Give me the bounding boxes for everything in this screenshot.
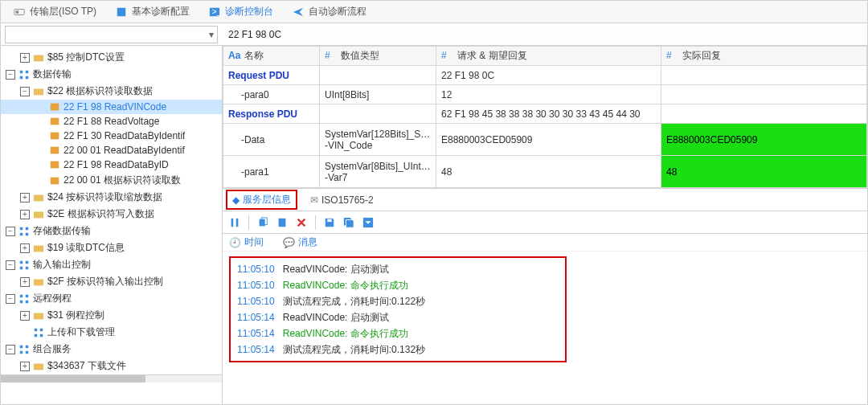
folder-icon: [33, 276, 44, 288]
row-response-pdu[interactable]: Response PDU62 F1 98 45 38 38 38 30 30 3…: [223, 104, 867, 124]
row-para0[interactable]: -para0UInt[8Bits]12: [223, 85, 867, 104]
svg-rect-41: [26, 350, 29, 354]
tree-node-store[interactable]: −存储数据传输: [1, 223, 222, 239]
row-request-pdu[interactable]: Request PDU22 F1 98 0C: [223, 66, 867, 85]
config-icon: [116, 6, 127, 18]
svg-rect-20: [26, 227, 29, 230]
col-rsp[interactable]: #实际回复: [661, 47, 867, 66]
tree-node-voltage[interactable]: 22 F1 88 ReadVoltage: [1, 114, 222, 129]
tree-node-combo[interactable]: −组合服务: [1, 341, 222, 358]
svg-rect-37: [40, 333, 43, 337]
svg-rect-26: [20, 266, 23, 269]
folder-icon: [33, 86, 44, 97]
item-icon: [49, 159, 60, 170]
tree-node-byid[interactable]: 22 F1 98 ReadDataByID: [1, 158, 222, 172]
row-para1[interactable]: -para1SystemVar[8Bits]_UInt8Array -Var74…: [223, 156, 867, 188]
subtab-label: ISO15765-2: [321, 194, 374, 206]
tab-transport[interactable]: 传输层(ISO TP): [4, 1, 106, 22]
svg-rect-14: [51, 147, 59, 154]
chevron-down-icon: ▾: [209, 29, 214, 40]
tree-label: $2E 根据标识符写入数据: [47, 207, 154, 221]
tree-node-2f[interactable]: +$2F 按标识符输入输出控制: [1, 273, 222, 290]
folder-icon: [33, 361, 44, 372]
svg-rect-31: [20, 300, 23, 303]
svg-rect-2: [117, 7, 126, 16]
tree-node-24[interactable]: +$24 按标识符读取缩放数据: [1, 189, 222, 206]
tree-label: 22 F1 98 ReadVINCode: [63, 101, 166, 112]
tree-node-updown[interactable]: 上传和下载管理: [1, 324, 222, 341]
svg-rect-42: [34, 363, 43, 370]
mail-icon: ✉: [310, 194, 318, 206]
delete-button[interactable]: [293, 214, 310, 231]
log-line[interactable]: 11:05:10 ReadVINCode: 命令执行成功: [237, 277, 559, 293]
module-icon: [18, 69, 30, 80]
log-toolbar: [223, 211, 867, 234]
log-output[interactable]: 11:05:10 ReadVINCode: 启动测试11:05:10 ReadV…: [223, 252, 867, 404]
copy-button[interactable]: [254, 214, 272, 231]
svg-rect-9: [26, 76, 29, 79]
module-icon: [18, 344, 30, 355]
svg-rect-15: [51, 162, 59, 169]
save-button[interactable]: [321, 214, 338, 231]
tree-node-rdbi-2[interactable]: 22 00 01 ReadDataByIdentif: [1, 143, 222, 158]
svg-rect-32: [26, 300, 29, 303]
tree-label: $31 例程控制: [47, 309, 104, 322]
row-data[interactable]: -DataSystemVar[128Bits]_String -VIN_Code…: [223, 124, 867, 156]
svg-rect-36: [35, 333, 38, 337]
diamond-icon: ◆: [232, 194, 240, 206]
log-line[interactable]: 11:05:10 ReadVINCode: 启动测试: [237, 261, 559, 277]
tree-node-31[interactable]: +$31 例程控制: [1, 307, 222, 324]
col-type[interactable]: #数值类型: [320, 47, 436, 66]
log-line[interactable]: 11:05:10 测试流程完成，消耗时间:0.122秒: [237, 293, 559, 309]
module-icon: [18, 260, 30, 271]
service-tree[interactable]: +$85 控制DTC设置 −数据传输 −$22 根据标识符读取数据 22 F1 …: [1, 46, 223, 404]
tab-basic-config[interactable]: 基本诊断配置: [106, 1, 199, 22]
tree-node-rdbi-1[interactable]: 22 F1 30 ReadDataByIdentif: [1, 129, 222, 143]
log-line[interactable]: 11:05:14 ReadVINCode: 命令执行成功: [237, 325, 559, 342]
save-all-button[interactable]: [340, 214, 358, 231]
tree-node-data-transfer[interactable]: −数据传输: [1, 66, 222, 83]
col-name[interactable]: Aa名称: [223, 47, 320, 66]
svg-rect-6: [20, 70, 23, 73]
item-icon: [49, 130, 60, 141]
transport-icon: [14, 6, 25, 18]
pdu-table: Aa名称 #数值类型 #请求 & 期望回复 #实际回复 Request PDU2…: [223, 46, 867, 188]
num-icon: #: [441, 50, 454, 63]
tree-label: 输入输出控制: [33, 258, 91, 272]
tab-label: 基本诊断配置: [132, 5, 190, 18]
col-req[interactable]: #请求 & 期望回复: [436, 47, 661, 66]
subtab-service-info[interactable]: ◆服务层信息: [226, 190, 297, 210]
tree-label: 22 F1 30 ReadDataByIdentif: [63, 130, 185, 141]
tree-scrollbar-h[interactable]: [1, 374, 222, 382]
tree-label: $85 控制DTC设置: [47, 51, 125, 64]
command-select[interactable]: ▾: [5, 26, 218, 43]
tree-label: $22 根据标识符读取数据: [47, 84, 153, 98]
log-line[interactable]: 11:05:14 ReadVINCode: 启动测试: [237, 309, 559, 325]
tree-node-19[interactable]: +$19 读取DTC信息: [1, 239, 222, 256]
svg-rect-13: [51, 133, 59, 140]
pause-button[interactable]: [226, 214, 244, 231]
tree-node-remote[interactable]: −远程例程: [1, 290, 222, 307]
clock-icon: 🕘: [229, 237, 241, 248]
log-line[interactable]: 11:05:14 测试流程完成，消耗时间:0.132秒: [237, 342, 559, 358]
tree-node-dlfile[interactable]: +$343637 下载文件: [1, 358, 222, 374]
dropdown-button[interactable]: [359, 214, 377, 231]
tree-label: $19 读取DTC信息: [47, 241, 125, 255]
tree-node-22[interactable]: −$22 根据标识符读取数据: [1, 83, 222, 100]
svg-rect-16: [51, 177, 59, 184]
tree-node-vin-code[interactable]: 22 F1 98 ReadVINCode: [1, 100, 222, 114]
paste-button[interactable]: [273, 214, 291, 231]
module-icon: [18, 293, 30, 305]
tab-auto-diag[interactable]: 自动诊断流程: [283, 1, 376, 22]
tree-label: $343637 下载文件: [47, 359, 126, 373]
top-tab-bar: 传输层(ISO TP) 基本诊断配置 >_ 诊断控制台 自动诊断流程: [1, 1, 867, 23]
subtab-iso15765[interactable]: ✉ISO15765-2: [305, 193, 379, 207]
tab-diag-console[interactable]: >_ 诊断控制台: [199, 1, 283, 22]
tree-node-io[interactable]: −输入输出控制: [1, 256, 222, 273]
tree-node-85[interactable]: +$85 控制DTC设置: [1, 49, 222, 66]
tree-node-2e[interactable]: +$2E 根据标识符写入数据: [1, 206, 222, 223]
log-header: 🕘时间 💬消息: [223, 234, 867, 252]
tree-node-byid-cn[interactable]: 22 00 01 根据标识符读取数: [1, 172, 222, 189]
tree-label: 存储数据传输: [33, 224, 91, 238]
svg-rect-35: [40, 328, 43, 331]
